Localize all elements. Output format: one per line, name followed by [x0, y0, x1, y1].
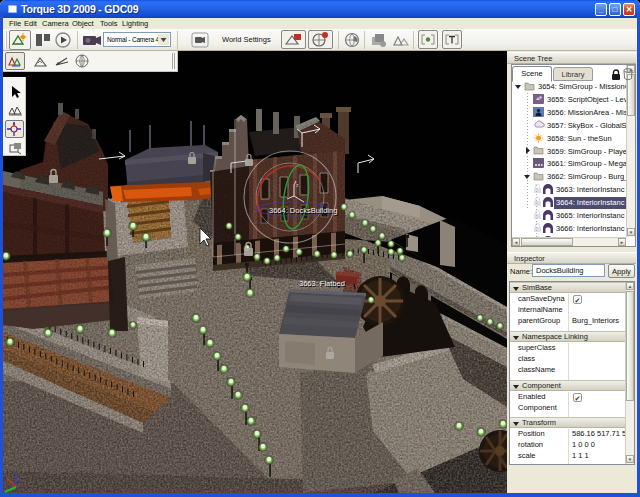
svg-text:3663: Flatbed: 3663: Flatbed [299, 279, 345, 288]
svg-text:3664: DocksBuilding: 3664: DocksBuilding [269, 206, 337, 215]
